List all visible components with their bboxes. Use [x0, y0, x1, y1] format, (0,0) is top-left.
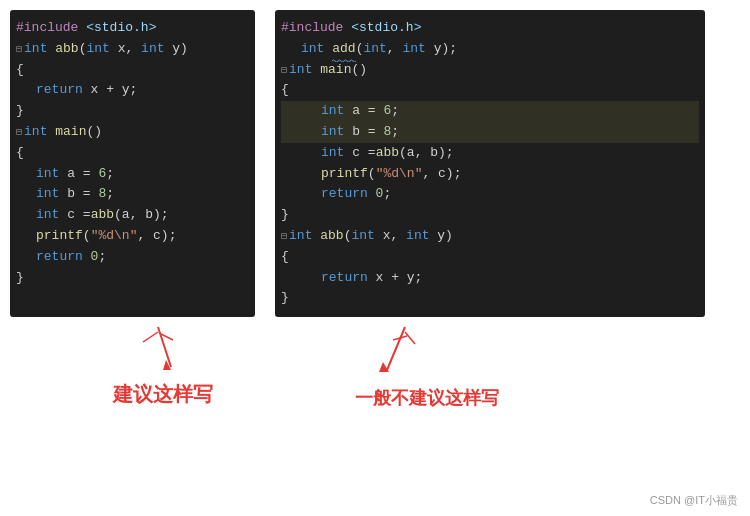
collapse-icon[interactable]: ⊟: [16, 125, 22, 141]
code-line: }: [281, 205, 699, 226]
code-line: return 0;: [281, 184, 699, 205]
code-line: printf("%d\n", c);: [16, 226, 249, 247]
code-line: return x + y;: [281, 268, 699, 289]
code-line: {: [281, 247, 699, 268]
code-line: int a = 6;: [281, 101, 699, 122]
code-line: {: [16, 143, 249, 164]
code-line: return 0;: [16, 247, 249, 268]
svg-line-0: [158, 327, 171, 367]
left-code-panel: #include <stdio.h> ⊟int abb(int x, int y…: [10, 10, 255, 317]
svg-line-4: [387, 327, 405, 370]
code-line: int b = 8;: [281, 122, 699, 143]
left-arrow: [133, 322, 193, 377]
code-line: }: [16, 268, 249, 289]
include-directive: #include: [16, 18, 86, 39]
code-line: int c =abb(a, b);: [281, 143, 699, 164]
right-arrow: [355, 322, 435, 382]
collapse-icon[interactable]: ⊟: [16, 42, 22, 58]
svg-line-2: [143, 332, 158, 342]
code-line: printf("%d\n", c);: [281, 164, 699, 185]
code-line: int a = 6;: [16, 164, 249, 185]
collapse-icon[interactable]: ⊟: [281, 63, 287, 79]
code-line: int add(int, int y);: [281, 39, 699, 60]
right-label: 一般不建议这样写: [355, 386, 499, 410]
code-line: int c =abb(a, b);: [16, 205, 249, 226]
code-line: int b = 8;: [16, 184, 249, 205]
collapse-icon[interactable]: ⊟: [281, 229, 287, 245]
right-code-panel: #include <stdio.h> int add(int, int y); …: [275, 10, 705, 317]
code-line: #include <stdio.h>: [16, 18, 249, 39]
code-line: {: [16, 60, 249, 81]
code-line: {: [281, 80, 699, 101]
code-line: }: [16, 101, 249, 122]
code-line: ⊟int main(): [281, 60, 699, 81]
annotation-section: 建议这样写 一般不建议这样写: [0, 322, 750, 410]
code-line: #include <stdio.h>: [281, 18, 699, 39]
watermark: CSDN @IT小福贵: [650, 493, 738, 508]
code-line: }: [281, 288, 699, 309]
left-annotation: 建议这样写: [10, 322, 255, 410]
code-line: return x + y;: [16, 80, 249, 101]
right-annotation: 一般不建议这样写: [275, 322, 705, 410]
code-line: ⊟int abb(int x, int y): [16, 39, 249, 60]
code-line: ⊟int abb(int x, int y): [281, 226, 699, 247]
code-line: ⊟int main(): [16, 122, 249, 143]
svg-line-6: [405, 332, 415, 344]
left-label: 建议这样写: [113, 381, 213, 408]
